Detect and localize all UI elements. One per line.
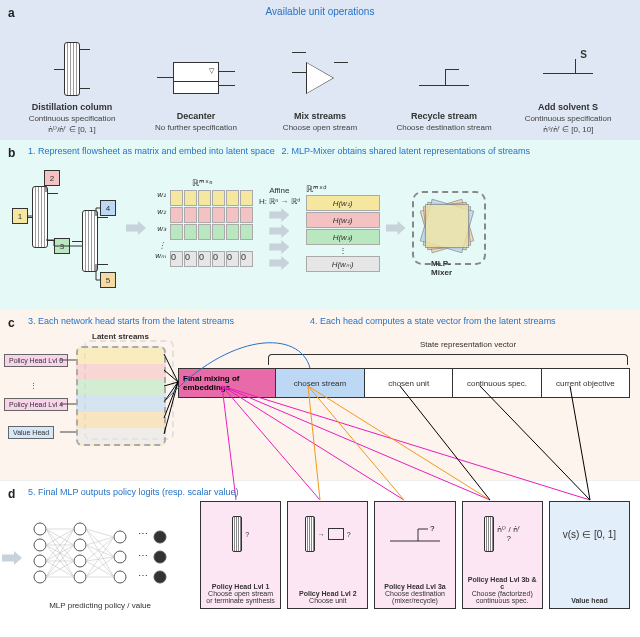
svg-text:⋯: ⋯: [138, 528, 148, 539]
panel-label-c: c: [8, 316, 15, 330]
svg-point-6: [74, 555, 86, 567]
panel-d: d 5. Final MLP outputs policy logits (re…: [0, 480, 640, 637]
latent-streams: [76, 346, 166, 446]
panel-a: a Available unit operations Distillation…: [0, 0, 640, 140]
svg-line-40: [86, 557, 114, 577]
state-vector-row: Final mixing of embeddings chosen stream…: [178, 368, 630, 398]
svg-point-13: [154, 571, 166, 583]
svg-point-1: [34, 539, 46, 551]
svg-point-5: [74, 539, 86, 551]
mlp-diagram: ⋯ ⋯ ⋯ MLP predicting policy / value: [20, 517, 180, 610]
op-sub: Continuous specification: [29, 114, 116, 123]
op-sub: Choose destination stream: [396, 123, 491, 132]
svg-text:⋯: ⋯: [138, 570, 148, 581]
value-head-box: v(s) ∈ [0, 1] Value head: [549, 501, 630, 609]
svg-point-2: [34, 555, 46, 567]
panel-label-b: b: [8, 146, 15, 160]
h-row: H(wₘ): [306, 256, 380, 272]
head-sub: Choose destination (mixer/recycle): [379, 590, 450, 604]
svg-point-3: [34, 571, 46, 583]
op-name: Mix streams: [294, 111, 346, 121]
svg-text:?: ?: [430, 524, 435, 533]
arrow-icon: [2, 551, 22, 565]
op-sub: No further specification: [155, 123, 237, 132]
op-sub: Choose open stream: [283, 123, 357, 132]
cell-cont-spec: continuous spec.: [453, 369, 541, 397]
op-sub: Continuous specification: [525, 114, 612, 123]
arrow-icon: [269, 256, 289, 270]
h-row: H(w₂): [306, 212, 380, 228]
svg-point-0: [34, 523, 46, 535]
op-mix: Mix streams Choose open stream: [258, 22, 382, 134]
head-title: Policy Head Lvl 1: [205, 583, 276, 590]
policy-head-0: Policy Head Lvl 0: [4, 354, 68, 367]
head-sub: Choose open stream or terminate synthesi…: [205, 590, 276, 604]
op-distillation: Distillation column Continuous specifica…: [10, 22, 134, 134]
policy-head-box-3bc: ṅᴰ / ṅᶠ ? Policy Head Lvl 3b & c Choose …: [462, 501, 543, 609]
row-label: w₁: [152, 190, 166, 206]
affine-label: Affine: [269, 186, 289, 195]
mlp-caption: MLP predicting policy / value: [20, 601, 180, 610]
row-label: w₃: [152, 224, 166, 240]
cell-chosen-unit: chosen unit: [365, 369, 453, 397]
flowsheet-example: 1 2 3 4 5: [10, 168, 120, 288]
svg-point-11: [154, 531, 166, 543]
solvent-icon: S: [543, 40, 593, 98]
arrow-icon: [386, 221, 406, 235]
head-title: Policy Head Lvl 2: [299, 590, 357, 597]
mlp-icon: ⋯ ⋯ ⋯: [20, 517, 180, 597]
decanter-icon: [173, 49, 219, 107]
svg-line-34: [86, 545, 114, 557]
policy-head-4: Policy Head Lvl 4: [4, 398, 68, 411]
policy-head-box-1: ? Policy Head Lvl 1 Choose open stream o…: [200, 501, 281, 609]
panel-c: c 3. Each network head starts from the l…: [0, 310, 640, 480]
matrix-dim: ℝᵐˣⁿ: [192, 178, 212, 188]
panel-a-title: Available unit operations: [266, 6, 375, 17]
head-diagram-icon: ṅᴰ / ṅᶠ ?: [484, 506, 520, 562]
svg-point-4: [74, 523, 86, 535]
unit-operations-row: Distillation column Continuous specifica…: [0, 0, 640, 140]
op-decanter: Decanter No further specification: [134, 22, 258, 134]
op-name: Decanter: [177, 111, 216, 121]
mlp-mixer-box: MLP-Mixer: [412, 191, 486, 265]
value-head: Value Head: [8, 426, 54, 439]
state-rep-label: State representation vector: [420, 340, 516, 349]
svg-line-35: [86, 545, 114, 577]
head-sub: Choose unit: [299, 597, 357, 604]
panel-label-d: d: [8, 487, 15, 501]
caption-c2: 4. Each head computes a state vector fro…: [310, 316, 556, 326]
arrow-icon: [126, 221, 146, 235]
caption-d1: 5. Final MLP outputs policy logits (resp…: [28, 487, 238, 497]
panel-b: b 1. Represent flowsheet as matrix and e…: [0, 140, 640, 310]
h-row: H(w₃): [306, 229, 380, 245]
panel-label-a: a: [8, 6, 15, 20]
op-name: Recycle stream: [411, 111, 477, 121]
row-label: ⋮: [152, 241, 166, 250]
head-sub: Choose (factorized) continuous spec.: [467, 590, 538, 604]
recycle-icon: [419, 49, 469, 107]
caption-b1: 1. Represent flowsheet as matrix and emb…: [28, 146, 275, 156]
mixer-label: MLP-Mixer: [431, 259, 466, 277]
bracket-icon: [268, 354, 628, 365]
head-dots: ⋮: [26, 380, 41, 392]
arrow-icon: [269, 240, 289, 254]
flowsheet-lines: [10, 168, 120, 298]
head-title: Value head: [571, 597, 608, 604]
stream-matrix: ℝᵐˣⁿ w₁ w₂ w₃ ⋮ wₘ000000: [152, 190, 253, 267]
arrow-icon: [269, 208, 289, 222]
h-row: H(w₁): [306, 195, 380, 211]
row-label: w₂: [152, 207, 166, 223]
svg-point-12: [154, 551, 166, 563]
arrow-icon: [269, 224, 289, 238]
distillation-column-icon: [64, 40, 80, 98]
cell-chosen-stream: chosen stream: [276, 369, 365, 397]
svg-point-9: [114, 551, 126, 563]
svg-point-8: [114, 531, 126, 543]
op-recycle: Recycle stream Choose destination stream: [382, 22, 506, 134]
row-label: wₘ: [152, 251, 166, 267]
caption-b2: 2. MLP-Mixer obtains shared latent repre…: [281, 146, 530, 156]
policy-head-box-3a: ? Policy Head Lvl 3a Choose destination …: [374, 501, 455, 609]
op-solvent: S Add solvent S Continuous specification…: [506, 22, 630, 134]
embedded-matrix: ℝᵐˣᵈ H(w₁) H(w₂) H(w₃) ⋮ H(wₘ): [306, 184, 380, 272]
svg-point-10: [114, 571, 126, 583]
